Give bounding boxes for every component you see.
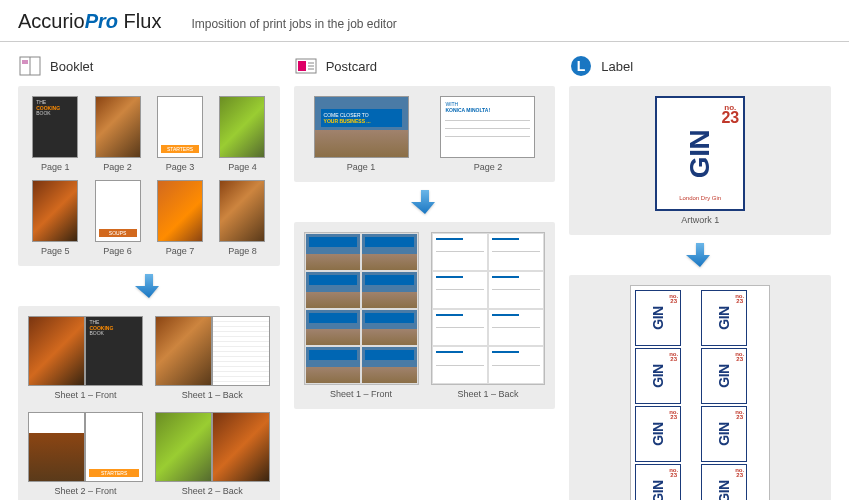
postcard-source-panel: COME CLOSER TOYOUR BUSINESS ... Page 1 W…	[294, 86, 556, 182]
arrow-down-icon	[18, 266, 280, 306]
page-thumb: Page 2	[90, 96, 144, 172]
svg-text:L: L	[577, 58, 586, 74]
page-thumb: THECOOKINGBOOKPage 1	[28, 96, 82, 172]
booklet-icon	[18, 54, 42, 78]
booklet-header: Booklet	[18, 54, 280, 78]
page-thumb: Page 5	[28, 180, 82, 256]
page-thumb: Page 7	[153, 180, 207, 256]
subtitle: Imposition of print jobs in the job edit…	[191, 17, 396, 31]
postcard-output-panel: Sheet 1 – Front Sheet 1 – Back	[294, 222, 556, 409]
postcard-column: Postcard COME CLOSER TOYOUR BUSINESS ...…	[294, 54, 556, 500]
postcard-icon	[294, 54, 318, 78]
page-thumb: COME CLOSER TOYOUR BUSINESS ... Page 1	[304, 96, 419, 172]
sheet-thumb: STARTERSSheet 2 – Front	[28, 412, 143, 496]
label-output-panel: GINno.23 GINno.23 GINno.23 GINno.23 GINn…	[569, 275, 831, 500]
sheet-thumb: THECOOKINGBOOKSheet 1 – Front	[28, 316, 143, 400]
logo: AccurioPro Flux	[18, 10, 161, 33]
label-title: Label	[601, 59, 633, 74]
columns: Booklet THECOOKINGBOOKPage 1 Page 2 STAR…	[0, 42, 849, 500]
label-column: L Label GIN no.23 London Dry Gin Artwork…	[569, 54, 831, 500]
sheet-thumb: Sheet 2 – Back	[155, 412, 270, 496]
page-thumb: STARTERSPage 3	[153, 96, 207, 172]
sheet-thumb: Sheet 1 – Back	[431, 232, 546, 399]
svg-rect-2	[22, 60, 28, 64]
booklet-source-panel: THECOOKINGBOOKPage 1 Page 2 STARTERSPage…	[18, 86, 280, 266]
page-thumb: SOUPSPage 6	[90, 180, 144, 256]
page-thumb: Page 4	[215, 96, 269, 172]
arrow-down-icon	[294, 182, 556, 222]
sheet-thumb: Sheet 1 – Front	[304, 232, 419, 399]
booklet-column: Booklet THECOOKINGBOOKPage 1 Page 2 STAR…	[18, 54, 280, 500]
sheet-thumb: Sheet 1 – Back	[155, 316, 270, 400]
arrow-down-icon	[569, 235, 831, 275]
header: AccurioPro Flux Imposition of print jobs…	[0, 0, 849, 42]
page-thumb: WITHKONICA MINOLTA! Page 2	[431, 96, 546, 172]
postcard-header: Postcard	[294, 54, 556, 78]
booklet-output-panel: THECOOKINGBOOKSheet 1 – Front Sheet 1 – …	[18, 306, 280, 500]
page-thumb: Page 8	[215, 180, 269, 256]
svg-rect-4	[298, 61, 306, 71]
logo-pro: Pro	[85, 10, 118, 32]
artwork-thumb: GIN no.23 London Dry Gin Artwork 1	[655, 96, 745, 225]
logo-flux: Flux	[124, 10, 162, 32]
booklet-title: Booklet	[50, 59, 93, 74]
label-icon: L	[569, 54, 593, 78]
postcard-title: Postcard	[326, 59, 377, 74]
logo-accurio: Accurio	[18, 10, 85, 32]
label-source-panel: GIN no.23 London Dry Gin Artwork 1	[569, 86, 831, 235]
label-header: L Label	[569, 54, 831, 78]
